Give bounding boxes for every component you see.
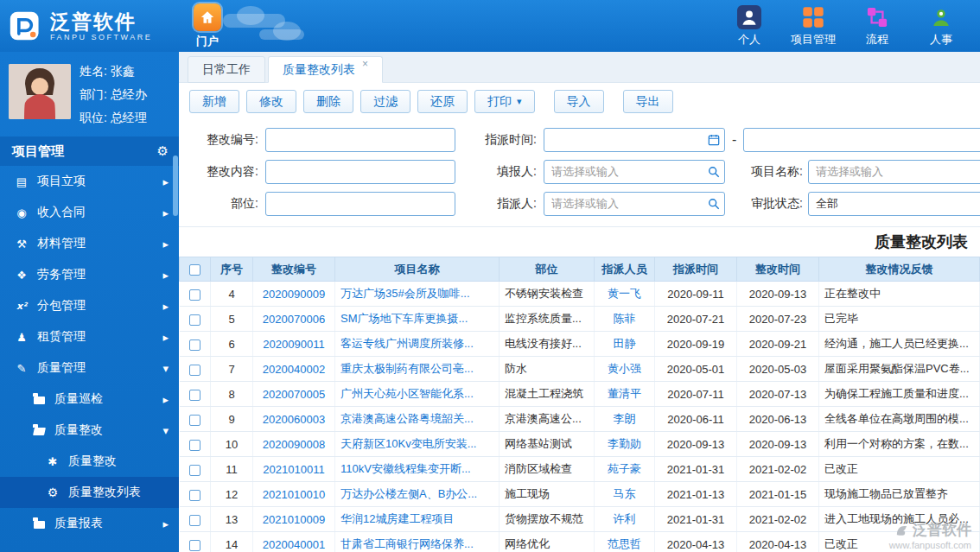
table-row[interactable]: 7 2020040002 重庆太极制药有限公司亳... 防水 黄小强 2020-… bbox=[180, 357, 980, 382]
table-row[interactable]: 9 2020060003 京港澳高速公路粤境韶关... 京港澳高速公... 李朗… bbox=[180, 407, 980, 432]
location-input[interactable] bbox=[265, 192, 455, 216]
delete-button[interactable]: 删除 bbox=[303, 90, 353, 113]
assignee-link[interactable]: 许利 bbox=[614, 512, 636, 525]
project-name-link[interactable]: 天府新区10Kv变电所安装... bbox=[340, 437, 476, 450]
row-checkbox[interactable] bbox=[189, 390, 200, 401]
assign-time-end-input[interactable] bbox=[743, 128, 980, 152]
rectification-code-link[interactable]: 2020040002 bbox=[263, 363, 325, 376]
project-name-link[interactable]: 万达广场35#会所及咖啡... bbox=[340, 287, 470, 300]
sidebar-item-quality-management[interactable]: 质量管理 bbox=[0, 352, 179, 384]
row-checkbox[interactable] bbox=[189, 490, 200, 501]
add-button[interactable]: 新增 bbox=[189, 90, 239, 113]
row-checkbox[interactable] bbox=[189, 339, 200, 351]
row-checkbox[interactable] bbox=[189, 314, 200, 326]
rectification-code-link[interactable]: 2020070005 bbox=[263, 388, 325, 401]
project-name-link[interactable]: 万达办公楼左侧A、B办公... bbox=[340, 487, 477, 500]
assignee-link[interactable]: 陈菲 bbox=[614, 312, 636, 325]
table-row[interactable]: 8 2020070005 广州天心苑小区智能化系... 混凝土工程浇筑 董清平 … bbox=[180, 382, 980, 407]
calendar-icon[interactable] bbox=[708, 134, 720, 146]
sidebar-item-quality-rectification-entry[interactable]: 质量整改 bbox=[0, 446, 179, 477]
sidebar-item-quality-rectification[interactable]: 质量整改 bbox=[0, 415, 179, 446]
assignee-link[interactable]: 范思哲 bbox=[608, 537, 641, 550]
nav-project-management[interactable]: 项目管理 bbox=[788, 4, 838, 48]
sidebar-item-labor-management[interactable]: 劳务管理 bbox=[0, 259, 179, 290]
nav-hr[interactable]: 人事 bbox=[916, 4, 966, 48]
rectification-code-link[interactable]: 2020040001 bbox=[263, 538, 325, 551]
sidebar: 姓名: 张鑫 部门: 总经办 职位: 总经理 项目管理 项目立项 收入合同 bbox=[0, 52, 179, 552]
sidebar-item-quality-report[interactable]: 质量报表 bbox=[0, 508, 179, 539]
sidebar-item-income-contract[interactable]: 收入合同 bbox=[0, 197, 179, 228]
sidebar-item-material-management[interactable]: 材料管理 bbox=[0, 228, 179, 259]
select-all-checkbox[interactable] bbox=[189, 264, 200, 276]
row-checkbox[interactable] bbox=[189, 515, 200, 526]
print-button[interactable]: 打印 bbox=[474, 90, 535, 113]
modify-button[interactable]: 修改 bbox=[246, 90, 296, 113]
assign-time-start-input[interactable] bbox=[544, 128, 725, 152]
gear-icon[interactable] bbox=[157, 143, 169, 159]
assignee-link[interactable]: 黄小强 bbox=[608, 362, 641, 375]
export-button[interactable]: 导出 bbox=[623, 90, 673, 113]
sidebar-item-quality-rectification-list[interactable]: 质量整改列表 bbox=[0, 477, 179, 508]
row-checkbox[interactable] bbox=[189, 440, 200, 451]
nav-workflow[interactable]: 流程 bbox=[852, 4, 902, 48]
project-name-link[interactable]: 华润12城房建工程项目 bbox=[340, 512, 454, 525]
assignee-link[interactable]: 董清平 bbox=[608, 387, 641, 400]
rectification-code-link[interactable]: 2020090009 bbox=[263, 288, 325, 301]
project-name-link[interactable]: SM广场地下车库更换摄... bbox=[340, 312, 468, 325]
rectification-code-link[interactable]: 2020070006 bbox=[263, 313, 325, 326]
nav-personal[interactable]: 个人 bbox=[724, 4, 774, 48]
close-icon[interactable] bbox=[362, 59, 368, 69]
project-name-input[interactable] bbox=[808, 160, 980, 184]
row-checkbox[interactable] bbox=[189, 415, 200, 426]
sidebar-item-project-initiation[interactable]: 项目立项 bbox=[0, 166, 179, 197]
sidebar-item-lease-management[interactable]: 租赁管理 bbox=[0, 321, 179, 352]
row-checkbox[interactable] bbox=[189, 289, 200, 301]
rectification-code-input[interactable] bbox=[265, 128, 455, 152]
row-checkbox[interactable] bbox=[189, 540, 200, 551]
project-name-link[interactable]: 110kV安徽线程集变开断... bbox=[340, 462, 471, 475]
table-row[interactable]: 10 2020090008 天府新区10Kv变电所安装... 网络基站测试 李勤… bbox=[180, 432, 980, 457]
rectification-content-input[interactable] bbox=[265, 160, 455, 184]
project-name-link[interactable]: 重庆太极制药有限公司亳... bbox=[340, 362, 474, 375]
tab-quality-rectification-list[interactable]: 质量整改列表 bbox=[268, 56, 383, 83]
assignee-link[interactable]: 黄一飞 bbox=[608, 287, 641, 300]
table-row[interactable]: 12 2021010010 万达办公楼左侧A、B办公... 施工现场 马东 20… bbox=[180, 482, 980, 507]
filter-button[interactable]: 过滤 bbox=[360, 90, 410, 113]
approval-status-select[interactable]: 全部 bbox=[808, 192, 980, 216]
table-row[interactable]: 11 2021010011 110kV安徽线程集变开断... 消防区域检查 苑子… bbox=[180, 457, 980, 482]
project-name-link[interactable]: 客运专线广州调度所装修... bbox=[340, 337, 474, 350]
assignee-link[interactable]: 苑子豪 bbox=[608, 462, 641, 475]
rectification-code-link[interactable]: 2020060003 bbox=[263, 413, 325, 426]
sidebar-item-quality-inspection[interactable]: 质量巡检 bbox=[0, 384, 179, 415]
assignee-link[interactable]: 李勤勋 bbox=[608, 437, 641, 450]
sidebar-scrollbar[interactable] bbox=[173, 155, 178, 216]
sidebar-item-subcontract-management[interactable]: 分包管理 bbox=[0, 290, 179, 321]
table-row[interactable]: 5 2020070006 SM广场地下车库更换摄... 监控系统质量... 陈菲… bbox=[180, 307, 980, 332]
reporter-input[interactable] bbox=[544, 160, 725, 184]
table-row[interactable]: 4 2020090009 万达广场35#会所及咖啡... 不锈钢安装检查 黄一飞… bbox=[180, 282, 980, 307]
row-checkbox[interactable] bbox=[189, 365, 200, 376]
sidebar-section-project-management[interactable]: 项目管理 bbox=[0, 136, 179, 166]
project-name-link[interactable]: 甘肃省工商银行网络保养... bbox=[340, 537, 474, 550]
rectification-code-link[interactable]: 2021010010 bbox=[263, 488, 325, 501]
import-button[interactable]: 导入 bbox=[554, 90, 604, 113]
search-icon[interactable] bbox=[708, 198, 720, 210]
assignee-link[interactable]: 田静 bbox=[614, 337, 636, 350]
table-row[interactable]: 6 2020090011 客运专线广州调度所装修... 电线没有接好... 田静… bbox=[180, 332, 980, 357]
assignee-input[interactable] bbox=[544, 192, 725, 216]
table-row[interactable]: 13 2021010009 华润12城房建工程项目 货物摆放不规范 许利 202… bbox=[180, 507, 980, 532]
row-checkbox[interactable] bbox=[189, 465, 200, 476]
assignee-link[interactable]: 马东 bbox=[614, 487, 636, 500]
assignee-link[interactable]: 李朗 bbox=[614, 412, 636, 425]
rectification-code-link[interactable]: 2021010011 bbox=[263, 463, 324, 476]
rectification-code-link[interactable]: 2020090011 bbox=[263, 338, 324, 351]
search-icon[interactable] bbox=[708, 166, 720, 178]
tab-daily-work[interactable]: 日常工作 bbox=[188, 56, 265, 83]
table-row[interactable]: 14 2020040001 甘肃省工商银行网络保养... 网络优化 范思哲 20… bbox=[180, 532, 980, 552]
restore-button[interactable]: 还原 bbox=[417, 90, 468, 113]
project-name-link[interactable]: 广州天心苑小区智能化系... bbox=[340, 387, 474, 400]
rectification-code-link[interactable]: 2020090008 bbox=[263, 438, 325, 451]
project-name-link[interactable]: 京港澳高速公路粤境韶关... bbox=[340, 412, 474, 425]
rectification-code-link[interactable]: 2021010009 bbox=[263, 513, 325, 526]
tab-bar: 日常工作 质量整改列表 bbox=[179, 52, 980, 83]
